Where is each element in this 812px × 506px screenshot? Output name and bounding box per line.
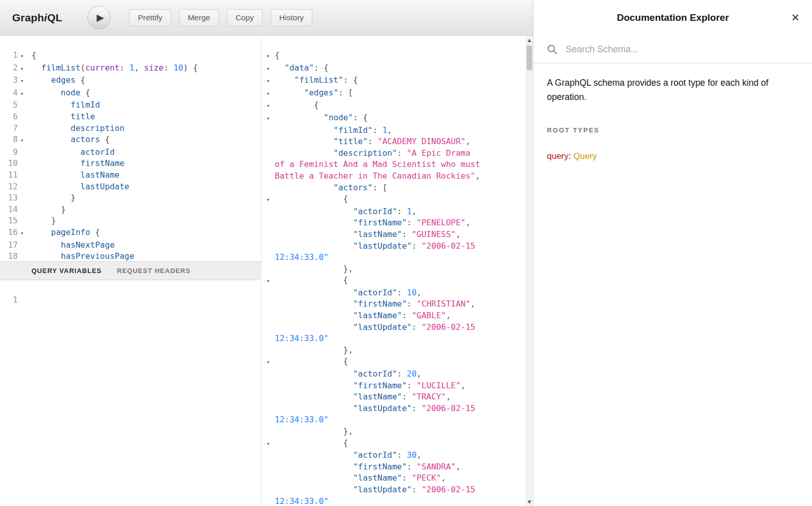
merge-button[interactable]: Merge xyxy=(179,9,219,26)
code-text: firstName xyxy=(28,158,261,170)
query-line: 8▾ actors { xyxy=(0,134,261,147)
fold-arrow-icon[interactable]: ▾ xyxy=(262,75,275,87)
schema-intro-text: A GraphQL schema provides a root type fo… xyxy=(547,76,781,104)
code-text: "node": { xyxy=(275,112,526,125)
response-line: ▾ { xyxy=(262,99,526,112)
code-text: "lastUpdate": "2006-02-15 xyxy=(275,484,526,496)
query-line: 14 } xyxy=(0,204,261,216)
copy-button[interactable]: Copy xyxy=(227,9,263,26)
scroll-up-icon[interactable]: ▲ xyxy=(526,36,533,44)
fold-gutter-spacer xyxy=(20,111,28,123)
fold-arrow-icon[interactable]: ▾ xyxy=(262,99,275,112)
fold-gutter-spacer xyxy=(262,229,275,241)
history-button[interactable]: History xyxy=(271,9,312,26)
code-text: { xyxy=(275,193,526,206)
fold-gutter-spacer xyxy=(262,368,275,380)
response-line: "firstName": "LUCILLE", xyxy=(262,380,526,392)
response-line: ▾ { xyxy=(262,275,526,287)
fold-gutter-spacer xyxy=(262,217,275,229)
code-text: "lastName": "GUINESS", xyxy=(275,229,526,241)
code-text: }, xyxy=(275,263,526,275)
response-line: ▾{ xyxy=(262,50,526,62)
query-line: 15 } xyxy=(0,215,261,227)
fold-gutter-spacer xyxy=(20,170,28,181)
response-line: "actorId": 20, xyxy=(262,368,526,380)
fold-gutter-spacer xyxy=(262,182,275,194)
code-text: Battle a Teacher in The Canadian Rockies… xyxy=(275,171,526,182)
response-line: ▾ { xyxy=(262,356,526,368)
response-line: "lastName": "GUINESS", xyxy=(262,229,526,241)
fold-gutter-spacer xyxy=(262,241,275,252)
fold-gutter-spacer xyxy=(20,215,28,227)
prettify-button[interactable]: Prettify xyxy=(129,9,171,26)
response-scrollbar[interactable]: ▲ ▼ xyxy=(526,36,533,506)
scroll-down-icon[interactable]: ▼ xyxy=(526,497,533,506)
fold-arrow-icon[interactable]: ▾ xyxy=(262,50,275,62)
fold-gutter-spacer xyxy=(262,171,275,182)
code-text: "actorId": 10, xyxy=(275,287,526,299)
variables-editor[interactable]: 1 xyxy=(0,280,261,506)
line-number: 2 xyxy=(0,62,20,75)
code-text: { xyxy=(275,50,526,62)
execute-query-button[interactable]: ▶ xyxy=(87,6,111,29)
play-icon: ▶ xyxy=(96,13,104,22)
fold-arrow-icon[interactable]: ▾ xyxy=(262,356,275,368)
response-line: ▾ "data": { xyxy=(262,62,526,75)
fold-arrow-icon[interactable]: ▾ xyxy=(20,227,28,240)
code-text: "actorId": 1, xyxy=(275,206,526,218)
code-text: description xyxy=(28,123,261,134)
code-text: "description": "A Epic Drama xyxy=(275,148,526,159)
fold-gutter-spacer xyxy=(20,192,28,204)
fold-gutter-spacer xyxy=(262,426,275,437)
fold-arrow-icon[interactable]: ▾ xyxy=(20,62,28,75)
tab-request-headers[interactable]: REQUEST HEADERS xyxy=(117,267,190,275)
code-text: "edges": [ xyxy=(275,87,526,100)
documentation-explorer: Documentation Explorer ✕ A GraphQL schem… xyxy=(533,0,812,506)
fold-arrow-icon[interactable]: ▾ xyxy=(262,62,275,75)
query-line: 4▾ node { xyxy=(0,87,261,100)
line-number: 7 xyxy=(0,123,20,134)
line-number: 12 xyxy=(0,181,20,193)
response-line: 12:34:33.0" xyxy=(262,252,526,263)
query-line: 5 filmId xyxy=(0,99,261,111)
response-line: ▾ "filmList": { xyxy=(262,75,526,87)
fold-arrow-icon[interactable]: ▾ xyxy=(262,87,275,100)
fold-arrow-icon[interactable]: ▾ xyxy=(20,134,28,147)
fold-gutter-spacer xyxy=(262,136,275,148)
response-line: 12:34:33.0" xyxy=(262,496,526,506)
query-line: 18 hasPreviousPage xyxy=(0,251,261,261)
code-text: { xyxy=(28,50,261,62)
logo-text: QL xyxy=(47,12,62,23)
code-text: node { xyxy=(28,87,261,100)
root-type-link[interactable]: Query xyxy=(573,151,597,161)
line-number: 14 xyxy=(0,204,20,216)
code-text: "lastUpdate": "2006-02-15 xyxy=(275,322,526,333)
close-icon[interactable]: ✕ xyxy=(791,13,800,23)
line-number: 11 xyxy=(0,170,20,181)
fold-arrow-icon[interactable]: ▾ xyxy=(20,75,28,87)
fold-arrow-icon[interactable]: ▾ xyxy=(20,50,28,62)
fold-arrow-icon[interactable]: ▾ xyxy=(262,275,275,287)
search-schema-input[interactable] xyxy=(565,44,799,55)
code-text: "actorId": 30, xyxy=(275,450,526,461)
query-line: 2▾ filmList(current: 1, size: 10) { xyxy=(0,62,261,75)
fold-gutter-spacer xyxy=(262,484,275,496)
graphiql-app: GraphiQL ▶ PrettifyMergeCopyHistory 1▾{2… xyxy=(0,0,812,506)
fold-arrow-icon[interactable]: ▾ xyxy=(262,193,275,206)
query-line: 7 description xyxy=(0,123,261,134)
line-number: 16 xyxy=(0,227,20,240)
fold-gutter-spacer xyxy=(20,181,28,193)
fold-arrow-icon[interactable]: ▾ xyxy=(20,87,28,100)
tab-query-variables[interactable]: QUERY VARIABLES xyxy=(31,267,102,275)
fold-arrow-icon[interactable]: ▾ xyxy=(262,437,275,450)
fold-gutter-spacer xyxy=(262,473,275,484)
fold-arrow-icon[interactable]: ▾ xyxy=(262,112,275,125)
code-text: lastName xyxy=(28,170,261,181)
code-text: 12:34:33.0" xyxy=(275,252,526,263)
response-line: Battle a Teacher in The Canadian Rockies… xyxy=(262,171,526,182)
code-text: edges { xyxy=(28,75,261,87)
response-line: of a Feminist And a Mad Scientist who mu… xyxy=(262,159,526,171)
query-editor[interactable]: 1▾{2▾ filmList(current: 1, size: 10) {3▾… xyxy=(0,36,261,261)
toolbar-button-group: PrettifyMergeCopyHistory xyxy=(129,9,320,26)
scrollbar-thumb[interactable] xyxy=(527,46,532,70)
